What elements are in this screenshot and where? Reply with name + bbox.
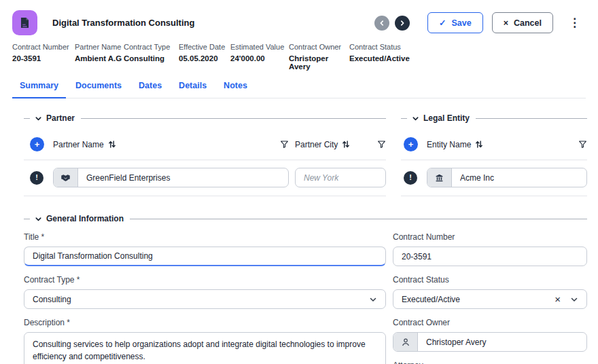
entity-row-info-button[interactable]: ! (404, 171, 417, 185)
save-button-label: Save (451, 18, 471, 28)
meta-partner-name: Partner Name Ambient A.G (75, 43, 124, 71)
collapse-general-information-icon[interactable] (35, 215, 42, 223)
collapse-partner-icon[interactable] (35, 115, 42, 122)
title-input[interactable] (24, 247, 386, 266)
handshake-icon (54, 168, 78, 187)
tab-summary[interactable]: Summary (12, 81, 66, 98)
partner-city-cell (295, 168, 386, 187)
contract-type-label: Contract Type * (24, 275, 386, 285)
sort-icon[interactable] (475, 140, 483, 149)
contract-type-select[interactable]: Consulting (24, 289, 386, 309)
legal-entity-section-title: Legal Entity (423, 113, 470, 123)
general-information-section: General Information Title * Contract Typ… (24, 214, 587, 364)
general-info-right-column: Contract Number Contract Status Executed… (393, 223, 587, 364)
partner-city-input[interactable] (295, 168, 386, 187)
partner-name-input[interactable] (78, 168, 288, 187)
contract-owner-input-group (393, 332, 587, 352)
collapse-legal-entity-icon[interactable] (412, 115, 419, 122)
contract-document-icon (18, 16, 31, 29)
entity-table-header: + Entity Name (401, 137, 587, 160)
entity-row-status-cell: ! (401, 171, 427, 185)
entity-name-cell (427, 168, 587, 187)
legend-rule (130, 219, 587, 219)
legal-entity-section-header: Legal Entity (401, 113, 587, 123)
summary-tab-content: Partner + Partner Name (0, 98, 598, 364)
legend-rule (81, 118, 386, 119)
partner-section: Partner + Partner Name (24, 113, 386, 196)
plus-icon: + (35, 140, 40, 149)
general-information-grid: Title * Contract Type * Consulting Descr… (24, 223, 587, 364)
contract-number-input[interactable] (393, 247, 587, 266)
general-information-header: General Information (24, 214, 587, 223)
cancel-button-label: Cancel (514, 18, 542, 28)
filter-icon[interactable] (280, 140, 289, 149)
entity-row: ! (401, 160, 587, 196)
tab-documents[interactable]: Documents (68, 81, 129, 98)
contract-number-field: Contract Number (393, 232, 587, 266)
entity-name-input[interactable] (452, 168, 586, 187)
check-icon: ✓ (439, 18, 446, 28)
contract-status-label: Contract Status (393, 275, 587, 285)
chevron-down-icon (570, 295, 578, 304)
meta-contract-status: Contract Status Executed/Active (349, 43, 410, 71)
clear-icon[interactable]: × (555, 294, 561, 304)
description-field: Description * Consulting services to hel… (24, 318, 386, 364)
meta-estimated-value: Estimated Value 24'000.00 (230, 43, 289, 71)
meta-contract-type: Contract Type Consulting (124, 43, 179, 71)
prev-record-button[interactable] (374, 16, 389, 31)
header-bar: Digital Transformation Consulting ✓ Save… (0, 0, 598, 37)
title-label: Title * (24, 232, 386, 242)
partner-row-info-button[interactable]: ! (30, 171, 43, 185)
partner-row: ! (24, 160, 386, 196)
person-icon (393, 333, 418, 351)
title-field: Title * (24, 232, 386, 266)
attorney-field: Attorney (393, 361, 587, 364)
partner-table-header: + Partner Name Partner City (24, 137, 386, 160)
next-record-button[interactable] (395, 16, 410, 31)
meta-effective-date: Effective Date 05.05.2020 (179, 43, 230, 71)
meta-contract-owner: Contract Owner Christoper Avery (289, 43, 349, 71)
partner-name-input-group (53, 168, 289, 187)
attorney-label: Attorney (393, 361, 587, 364)
legend-dash (24, 219, 30, 219)
header-actions: ✓ Save × Cancel ⋮ (374, 12, 584, 33)
contract-type-field: Contract Type * Consulting (24, 275, 386, 309)
tab-notes[interactable]: Notes (216, 81, 255, 98)
add-partner-button[interactable]: + (30, 137, 44, 151)
chevron-right-icon (399, 20, 406, 26)
building-icon (427, 168, 452, 187)
partner-add-cell: + (24, 137, 53, 151)
cancel-button[interactable]: × Cancel (492, 12, 553, 33)
save-button[interactable]: ✓ Save (427, 12, 483, 33)
entity-add-cell: + (401, 137, 427, 151)
page-title: Digital Transformation Consulting (52, 18, 194, 28)
partner-row-status-cell: ! (24, 171, 53, 185)
general-info-left-column: Title * Contract Type * Consulting Descr… (24, 223, 386, 364)
exclamation-icon: ! (35, 174, 38, 181)
meta-contract-number: Contract Number 20-3591 (12, 43, 75, 71)
legend-dash (24, 118, 30, 119)
description-textarea[interactable]: Consulting services to help organization… (24, 332, 386, 364)
tab-bar: Summary Documents Dates Details Notes (12, 81, 586, 98)
more-actions-button[interactable]: ⋮ (565, 17, 584, 29)
contract-app-icon (12, 10, 37, 35)
contract-owner-input[interactable] (418, 333, 586, 351)
exclamation-icon: ! (409, 174, 412, 181)
add-legal-entity-button[interactable]: + (404, 137, 418, 151)
entity-name-input-group (427, 168, 587, 187)
tab-dates[interactable]: Dates (131, 81, 169, 98)
tab-details[interactable]: Details (171, 81, 214, 98)
filter-icon[interactable] (377, 140, 386, 149)
contract-status-field: Contract Status Executed/Active × (393, 275, 587, 309)
partner-city-column-header: Partner City (295, 140, 386, 149)
chevron-left-icon (379, 20, 385, 26)
kebab-icon: ⋮ (569, 16, 580, 29)
filter-icon[interactable] (578, 140, 587, 149)
partner-section-header: Partner (24, 113, 386, 123)
sort-icon[interactable] (342, 140, 350, 149)
contract-status-select[interactable]: Executed/Active × (393, 289, 587, 309)
description-label: Description * (24, 318, 386, 327)
sort-icon[interactable] (108, 140, 116, 149)
contract-number-label: Contract Number (393, 232, 587, 242)
related-records-row: Partner + Partner Name (24, 113, 587, 196)
